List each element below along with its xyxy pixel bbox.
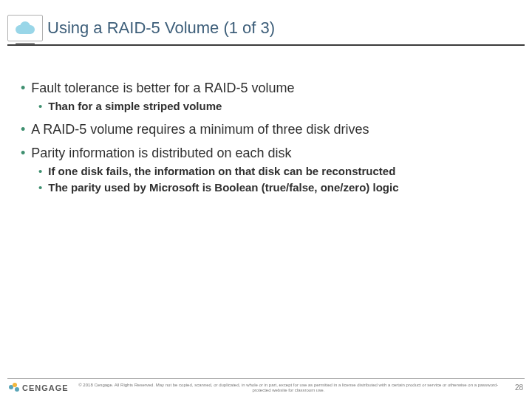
cloud-icon <box>14 21 36 35</box>
bullet-text: The parity used by Microsoft is Boolean … <box>48 180 398 195</box>
header-divider <box>7 44 525 46</box>
bullet-marker: • <box>21 80 25 96</box>
bullet-marker: • <box>21 145 25 161</box>
bullet-marker: • <box>38 180 42 195</box>
slide-content: • Fault tolerance is better for a RAID-5… <box>0 46 532 195</box>
bullet-text: A RAID-5 volume requires a minimum of th… <box>31 121 369 137</box>
footer-divider <box>7 378 525 379</box>
page-number: 28 <box>508 383 523 392</box>
bullet-level1: • Parity information is distributed on e… <box>21 145 511 161</box>
bullet-level2: • If one disk fails, the information on … <box>38 164 511 179</box>
bullet-text: Than for a simple striped volume <box>48 99 222 114</box>
bullet-level2: • The parity used by Microsoft is Boolea… <box>38 180 511 195</box>
slide-header: Using a RAID-5 Volume (1 of 3) <box>0 0 532 46</box>
bullet-level2: • Than for a simple striped volume <box>38 99 511 114</box>
brand: CENGAGE <box>9 383 69 393</box>
bullet-text: Parity information is distributed on eac… <box>31 145 291 161</box>
bullet-level1: • A RAID-5 volume requires a minimum of … <box>21 121 511 137</box>
bullet-text: If one disk fails, the information on th… <box>48 164 395 179</box>
bullet-text: Fault tolerance is better for a RAID-5 v… <box>31 80 294 96</box>
slide-footer: CENGAGE © 2018 Cengage. All Rights Reser… <box>0 383 532 393</box>
brand-name: CENGAGE <box>22 383 69 392</box>
slide-title: Using a RAID-5 Volume (1 of 3) <box>47 18 275 38</box>
bullet-marker: • <box>38 164 42 179</box>
bullet-level1: • Fault tolerance is better for a RAID-5… <box>21 80 511 96</box>
slide: Using a RAID-5 Volume (1 of 3) • Fault t… <box>0 0 532 399</box>
bullet-marker: • <box>21 121 25 137</box>
title-icon-frame <box>7 15 43 41</box>
bullet-marker: • <box>38 99 42 114</box>
brand-logo-icon <box>9 383 19 393</box>
copyright-text: © 2018 Cengage. All Rights Reserved. May… <box>69 383 508 393</box>
